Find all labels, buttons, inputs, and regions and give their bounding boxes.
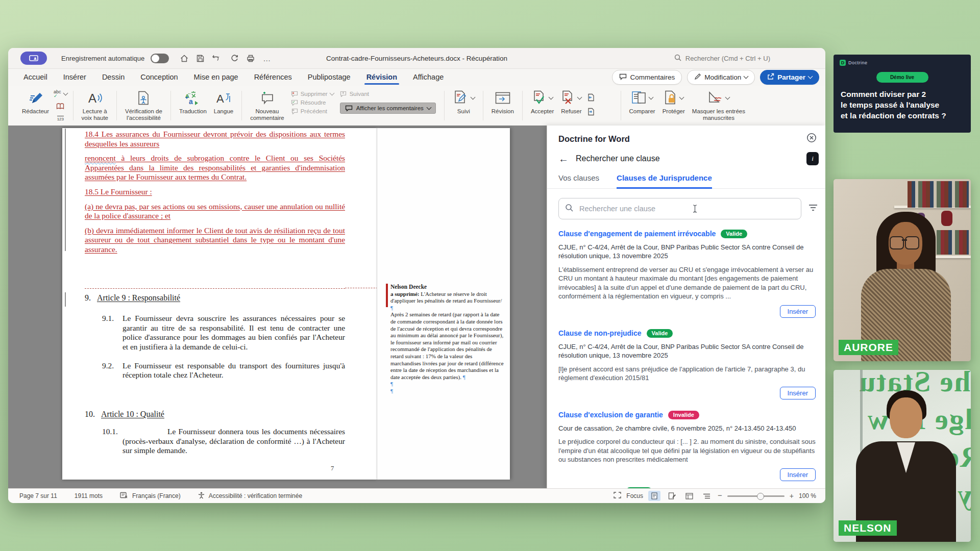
info-button[interactable]: i [806, 152, 819, 165]
next-comment-button[interactable]: Suivant [340, 91, 436, 97]
ribbon-tab-row: Accueil Insérer Dessin Conception Mise e… [8, 68, 825, 86]
accessibility-check-button[interactable]: Vérification de l'accessibilité [121, 86, 166, 126]
search-icon [565, 204, 573, 214]
zoom-in-icon[interactable]: + [790, 492, 794, 500]
zoom-out-icon[interactable]: − [718, 491, 722, 499]
tab-dessin[interactable]: Dessin [101, 70, 126, 84]
app-logo-pill[interactable] [20, 52, 47, 65]
video-tile-nelson[interactable]: the Statu dge New Re...sab ly ...asc NEL… [834, 370, 971, 542]
insert-clause-button[interactable]: Insérer [780, 387, 816, 399]
comments-button[interactable]: Commentaires [612, 70, 682, 85]
zoom-slider-knob[interactable] [757, 493, 764, 500]
comment-author: Nelson Deecke [390, 284, 504, 291]
home-icon[interactable] [180, 55, 188, 62]
doctrine-brand-label: Doctrine [848, 60, 868, 65]
comment-anchor-bar [386, 284, 388, 307]
language-button[interactable]: A Langue [210, 86, 237, 126]
app-search[interactable]: Rechercher (Cmd + Ctrl + U) [674, 54, 770, 63]
undo-icon[interactable] [212, 55, 223, 62]
video-tile-aurore[interactable]: AURORE [834, 179, 971, 361]
clause-card[interactable]: Clause d'exclusion de garantie Invalide … [547, 403, 825, 484]
previous-change-icon[interactable] [586, 93, 595, 104]
page-indicator[interactable]: Page 7 sur 11 [19, 492, 57, 499]
accept-change-button[interactable]: Accepter [527, 86, 557, 126]
proofing-status-icon[interactable] [120, 492, 128, 500]
read-aloud-icon: A [87, 90, 103, 106]
ink-view-icon[interactable] [666, 491, 678, 501]
compare-button[interactable]: Comparer [626, 86, 659, 126]
tracked-change-comment[interactable]: Nelson Deecke a supprimé: L'Acheteur se … [390, 284, 504, 395]
thesaurus-icon[interactable] [56, 103, 64, 112]
print-layout-view-icon[interactable] [648, 491, 660, 501]
autosave-toggle[interactable] [151, 54, 169, 63]
protect-button[interactable]: Protéger [659, 86, 689, 126]
tab-references[interactable]: Références [253, 70, 293, 84]
save-icon[interactable] [197, 55, 204, 62]
tab-accueil[interactable]: Accueil [22, 70, 48, 84]
reject-icon [561, 90, 575, 106]
filter-icon[interactable] [808, 204, 818, 213]
compare-icon [631, 91, 647, 106]
focus-icon[interactable] [614, 492, 621, 500]
tab-vos-clauses[interactable]: Vos clauses [558, 173, 599, 188]
share-button[interactable]: Partager [760, 70, 819, 85]
page-number: 7 [331, 465, 334, 472]
tab-clauses-jurisprudence[interactable]: Clauses de Jurisprudence [617, 173, 712, 189]
clause-title[interactable]: Clause d'engagement de paiement irrévoca… [558, 230, 716, 238]
accessibility-icon [137, 90, 150, 106]
clause-title[interactable]: Clause de non-prejudice [558, 329, 642, 337]
insert-clause-button[interactable]: Insérer [780, 305, 816, 318]
proofing-stack: abc✓ 123 [53, 86, 68, 126]
focus-label[interactable]: Focus [626, 492, 643, 499]
translate-button[interactable]: ᴀ̈a Traduction [176, 86, 210, 126]
language-icon: A [216, 90, 231, 106]
back-arrow-icon[interactable]: ← [558, 154, 569, 163]
redo-icon[interactable] [231, 55, 238, 62]
clause-card[interactable]: Clause de non-prejudice Valide CJUE, n° … [547, 321, 825, 403]
clause-search-input[interactable] [578, 204, 795, 213]
clause-excerpt: [l]e présent accord est sans préjudice d… [558, 365, 816, 383]
previous-comment-button[interactable]: Précédent [291, 108, 334, 114]
read-aloud-button[interactable]: A Lecture à voix haute [78, 86, 112, 126]
web-layout-view-icon[interactable] [683, 491, 695, 501]
reject-change-button[interactable]: Refuser [557, 86, 585, 126]
article-10-heading: 10.Article 10 : Qualité [85, 410, 345, 419]
word-count[interactable]: 1911 mots [75, 492, 103, 499]
track-changes-button[interactable]: Suivi [449, 86, 478, 126]
clause-card[interactable]: Clause d'engagement de paiement irrévoca… [547, 221, 825, 321]
zoom-level[interactable]: 100 % [799, 492, 816, 499]
print-icon[interactable] [247, 55, 255, 62]
doctrine-panel: Doctrine for Word ← Rechercher une claus… [547, 126, 825, 489]
new-comment-button[interactable]: Nouveau commentaire [247, 86, 287, 126]
accessibility-status[interactable]: Accessibilité : vérification terminée [209, 492, 302, 499]
next-change-icon[interactable] [586, 108, 595, 118]
spelling-check-button[interactable]: abc✓ [54, 90, 67, 98]
tab-mise-en-page[interactable]: Mise en page [193, 70, 239, 84]
reviewing-pane-button[interactable]: Révision [488, 86, 518, 126]
tab-affichage[interactable]: Affichage [412, 70, 445, 84]
tab-inserer[interactable]: Insérer [62, 70, 87, 84]
insert-clause-button[interactable]: Insérer [780, 468, 816, 481]
ribbon: Rédacteur abc✓ 123 A Lecture à voix haut… [8, 86, 825, 126]
clause-search-box[interactable] [558, 198, 801, 219]
comment-text: Après 2 semaines de retard (par rapport … [390, 311, 504, 380]
clause-9-2: 9.2.Le Fournisseur est responsable du tr… [102, 361, 345, 380]
more-icon[interactable]: … [263, 54, 271, 63]
tab-revision[interactable]: Révision [365, 70, 398, 84]
delete-comment-button[interactable]: Supprimer [291, 91, 334, 97]
close-panel-icon[interactable] [806, 133, 817, 145]
editing-mode-button[interactable]: Modification [687, 70, 755, 85]
outline-view-icon[interactable] [700, 491, 713, 501]
editor-button[interactable]: Rédacteur [18, 86, 53, 126]
resolve-comment-button[interactable]: Résoudre [291, 99, 334, 106]
hide-ink-button[interactable]: Masquer les entrées manuscrites [689, 86, 749, 126]
language-status[interactable]: Français (France) [132, 492, 181, 499]
tab-conception[interactable]: Conception [139, 70, 179, 84]
tab-publipostage[interactable]: Publipostage [307, 70, 352, 84]
word-count-icon[interactable]: 123 [57, 116, 64, 121]
clause-title[interactable]: Clause d'exclusion de garantie [558, 411, 663, 419]
document-page[interactable]: 18.4 Les assurances du Fournisseur devro… [62, 128, 377, 480]
title-bar: Enregistrement automatique … Contrat-cad… [8, 48, 825, 69]
show-comments-button[interactable]: Afficher les commentaires [340, 103, 436, 114]
zoom-slider[interactable] [727, 495, 785, 497]
